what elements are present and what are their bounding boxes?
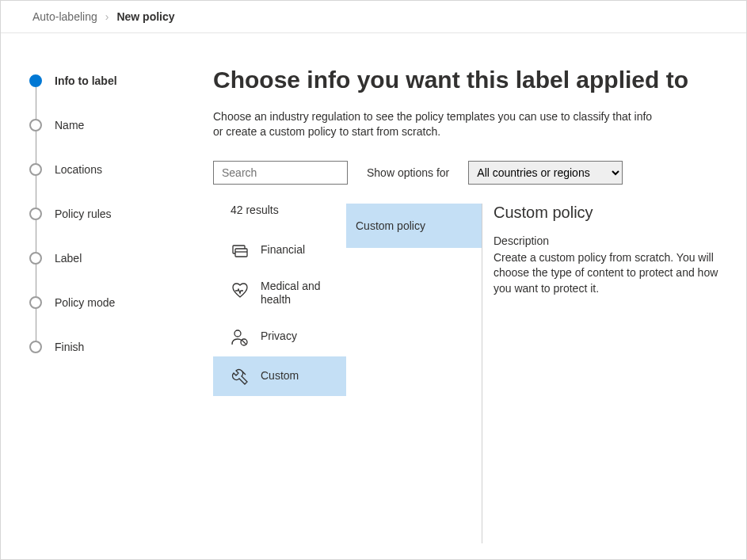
privacy-icon bbox=[231, 328, 250, 347]
step-circle-icon bbox=[29, 208, 42, 220]
main-content: Choose info you want this label applied … bbox=[207, 33, 746, 559]
detail-description-text: Create a custom policy from scratch. You… bbox=[494, 250, 719, 297]
step-circle-icon bbox=[29, 341, 42, 353]
step-finish[interactable]: Finish bbox=[29, 331, 191, 363]
step-circle-icon bbox=[29, 163, 42, 176]
step-label: Locations bbox=[55, 163, 102, 176]
results-area: 42 results Financial bbox=[213, 204, 721, 543]
category-privacy[interactable]: Privacy bbox=[213, 317, 346, 356]
breadcrumb-root[interactable]: Auto-labeling bbox=[32, 10, 97, 23]
detail-title: Custom policy bbox=[494, 204, 719, 222]
step-label[interactable]: Label bbox=[29, 242, 191, 287]
chevron-right-icon: › bbox=[105, 10, 109, 23]
step-policy-mode[interactable]: Policy mode bbox=[29, 287, 191, 331]
category-label: Medical and health bbox=[261, 280, 338, 307]
step-label: Name bbox=[55, 119, 84, 131]
step-label: Info to label bbox=[55, 74, 117, 87]
breadcrumb: Auto-labeling › New policy bbox=[1, 1, 746, 33]
step-label: Label bbox=[55, 252, 82, 265]
category-medical[interactable]: Medical and health bbox=[213, 270, 346, 317]
template-custom-policy[interactable]: Custom policy bbox=[346, 204, 482, 248]
step-info-to-label[interactable]: Info to label bbox=[29, 65, 191, 109]
financial-icon bbox=[231, 242, 250, 261]
step-label: Policy mode bbox=[55, 296, 115, 309]
step-name[interactable]: Name bbox=[29, 109, 191, 154]
region-filter-label: Show options for bbox=[367, 166, 449, 179]
step-policy-rules[interactable]: Policy rules bbox=[29, 198, 191, 242]
category-label: Custom bbox=[261, 369, 299, 383]
step-circle-icon bbox=[29, 296, 42, 309]
step-label: Policy rules bbox=[55, 208, 112, 220]
page-title: Choose info you want this label applied … bbox=[213, 65, 721, 95]
template-column: Custom policy bbox=[346, 204, 482, 543]
detail-description-heading: Description bbox=[494, 234, 719, 247]
category-column: 42 results Financial bbox=[213, 204, 346, 543]
breadcrumb-current: New policy bbox=[116, 10, 174, 23]
category-label: Privacy bbox=[261, 330, 297, 344]
region-select[interactable]: All countries or regions bbox=[468, 161, 623, 185]
svg-point-3 bbox=[234, 330, 241, 337]
filter-row: Show options for All countries or region… bbox=[213, 161, 721, 185]
step-locations[interactable]: Locations bbox=[29, 154, 191, 198]
step-circle-icon bbox=[29, 252, 42, 265]
category-custom[interactable]: Custom bbox=[213, 356, 346, 396]
step-circle-icon bbox=[29, 119, 42, 131]
svg-line-5 bbox=[242, 340, 246, 345]
wizard-steps: Info to label Name Locations Policy rule… bbox=[1, 33, 207, 559]
svg-rect-1 bbox=[235, 249, 247, 257]
step-circle-icon bbox=[29, 74, 42, 87]
custom-icon bbox=[231, 368, 250, 387]
category-label: Financial bbox=[261, 243, 305, 257]
step-label: Finish bbox=[55, 341, 84, 353]
detail-column: Custom policy Description Create a custo… bbox=[482, 204, 721, 543]
category-financial[interactable]: Financial bbox=[213, 230, 346, 270]
medical-icon bbox=[231, 281, 250, 300]
results-count: 42 results bbox=[213, 204, 346, 230]
page-description: Choose an industry regulation to see the… bbox=[213, 109, 657, 140]
search-input[interactable] bbox=[213, 161, 348, 185]
